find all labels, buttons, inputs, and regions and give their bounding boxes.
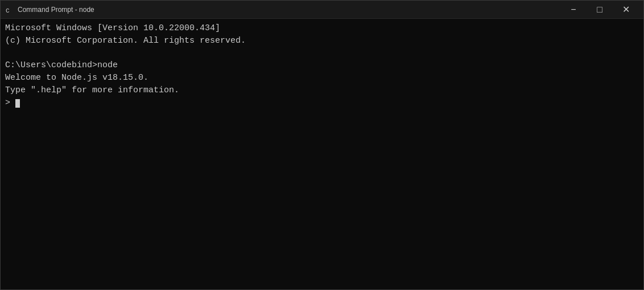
terminal-cursor: [15, 99, 20, 108]
maximize-button[interactable]: □: [587, 1, 613, 19]
svg-text:C: C: [6, 7, 10, 14]
minimize-button[interactable]: −: [560, 1, 587, 19]
terminal-line-6: Type ".help" for more information.: [5, 84, 639, 97]
terminal-line-4: C:\Users\codebind>node: [5, 59, 639, 72]
close-button[interactable]: ✕: [613, 1, 639, 19]
terminal-line-5: Welcome to Node.js v18.15.0.: [5, 72, 639, 84]
window: C Command Prompt - node − □ ✕ Microsoft …: [0, 0, 644, 290]
terminal-body[interactable]: Microsoft Windows [Version 10.0.22000.43…: [1, 19, 643, 289]
window-title: Command Prompt - node: [18, 6, 94, 14]
terminal-prompt-line: >: [5, 97, 639, 109]
title-bar: C Command Prompt - node − □ ✕: [1, 1, 643, 19]
cmd-icon: C: [5, 5, 14, 14]
title-bar-left: C Command Prompt - node: [5, 5, 94, 14]
terminal-line-1: Microsoft Windows [Version 10.0.22000.43…: [5, 22, 639, 35]
terminal-line-3: [5, 47, 639, 60]
terminal-prompt: >: [5, 98, 15, 108]
window-controls: − □ ✕: [560, 1, 639, 19]
terminal-line-2: (c) Microsoft Corporation. All rights re…: [5, 35, 639, 47]
